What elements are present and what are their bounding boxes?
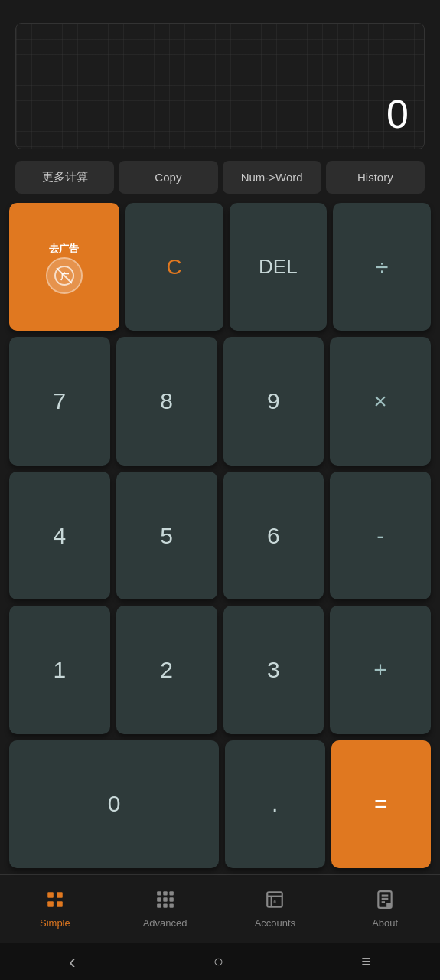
dot-button[interactable]: . xyxy=(225,740,324,868)
nav-about[interactable]: About xyxy=(330,884,440,935)
ad-remove-button[interactable]: 去广告 广 xyxy=(9,203,119,331)
svg-text:¥: ¥ xyxy=(273,898,277,905)
svg-point-0 xyxy=(55,266,73,285)
two-button[interactable]: 2 xyxy=(116,606,217,733)
system-bar: ‹ ○ ≡ xyxy=(0,943,440,980)
svg-rect-9 xyxy=(169,891,173,895)
advanced-label: Advanced xyxy=(143,917,187,929)
divide-button[interactable]: ÷ xyxy=(333,203,431,331)
accounts-icon: ¥ xyxy=(265,890,285,914)
svg-rect-4 xyxy=(57,892,63,898)
nine-button[interactable]: 9 xyxy=(223,337,324,465)
svg-rect-7 xyxy=(157,891,161,895)
advanced-icon xyxy=(155,890,175,914)
svg-rect-11 xyxy=(163,897,167,901)
num-word-button[interactable]: Num->Word xyxy=(223,161,321,194)
calc-row-4: 1 2 3 + xyxy=(9,606,431,733)
simple-label: Simple xyxy=(40,917,70,929)
svg-text:广: 广 xyxy=(59,272,69,281)
equals-button[interactable]: = xyxy=(331,740,431,868)
svg-rect-8 xyxy=(163,891,167,895)
home-button[interactable]: ○ xyxy=(198,946,239,978)
toolbar-row: 更多计算 Copy Num->Word History xyxy=(15,161,425,194)
five-button[interactable]: 5 xyxy=(116,472,217,599)
svg-rect-12 xyxy=(169,897,173,901)
svg-rect-14 xyxy=(163,903,167,907)
svg-rect-10 xyxy=(157,897,161,901)
display-grid xyxy=(16,24,424,149)
multiply-button[interactable]: × xyxy=(330,337,431,465)
calc-row-2: 7 8 9 × xyxy=(9,337,431,465)
minus-button[interactable]: - xyxy=(330,472,431,599)
six-button[interactable]: 6 xyxy=(223,472,324,599)
delete-button[interactable]: DEL xyxy=(230,203,328,331)
svg-rect-6 xyxy=(57,901,63,907)
svg-rect-24 xyxy=(386,903,392,908)
copy-button[interactable]: Copy xyxy=(119,161,217,194)
nav-simple[interactable]: Simple xyxy=(0,884,110,935)
history-button[interactable]: History xyxy=(326,161,425,194)
menu-button[interactable]: ≡ xyxy=(346,946,386,978)
app-container: 0 更多计算 Copy Num->Word History 去广告 广 C DE… xyxy=(0,0,440,980)
ad-icon: 广 xyxy=(47,259,81,292)
calc-row-5: 0 . = xyxy=(9,740,431,868)
ad-svg-icon: 广 xyxy=(54,265,75,286)
eight-button[interactable]: 8 xyxy=(116,337,217,465)
more-calc-button[interactable]: 更多计算 xyxy=(15,161,114,194)
one-button[interactable]: 1 xyxy=(9,606,110,733)
svg-rect-3 xyxy=(47,892,54,898)
nav-accounts[interactable]: ¥ Accounts xyxy=(220,884,331,935)
ad-label: 去广告 xyxy=(49,242,79,256)
calc-grid: 去广告 广 C DEL ÷ 7 8 9 × 4 5 xyxy=(9,203,431,868)
accounts-label: Accounts xyxy=(255,917,295,929)
display-value: 0 xyxy=(386,91,409,137)
four-button[interactable]: 4 xyxy=(9,472,110,599)
display-area: 0 xyxy=(15,23,425,149)
nav-advanced[interactable]: Advanced xyxy=(110,884,220,935)
about-icon xyxy=(375,890,395,914)
simple-icon xyxy=(45,890,65,914)
plus-button[interactable]: + xyxy=(330,606,431,733)
svg-rect-15 xyxy=(169,903,173,907)
back-button[interactable]: ‹ xyxy=(54,944,91,980)
three-button[interactable]: 3 xyxy=(223,606,324,733)
svg-line-2 xyxy=(57,268,72,283)
zero-button[interactable]: 0 xyxy=(9,740,219,868)
svg-rect-13 xyxy=(157,903,161,907)
about-label: About xyxy=(372,917,398,929)
bottom-nav: Simple Advanced xyxy=(0,874,440,943)
calc-row-3: 4 5 6 - xyxy=(9,472,431,599)
clear-button[interactable]: C xyxy=(125,203,223,331)
calc-row-1: 去广告 广 C DEL ÷ xyxy=(9,203,431,331)
svg-rect-5 xyxy=(47,901,54,907)
seven-button[interactable]: 7 xyxy=(9,337,110,465)
